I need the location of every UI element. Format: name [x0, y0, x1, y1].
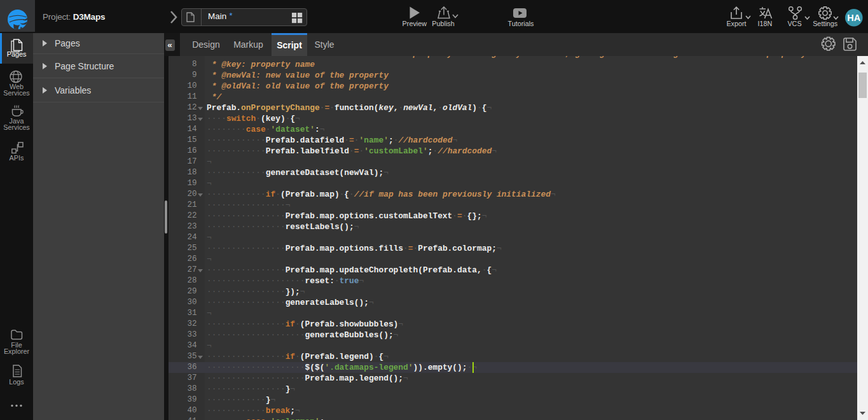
- svg-text:HA: HA: [847, 13, 860, 23]
